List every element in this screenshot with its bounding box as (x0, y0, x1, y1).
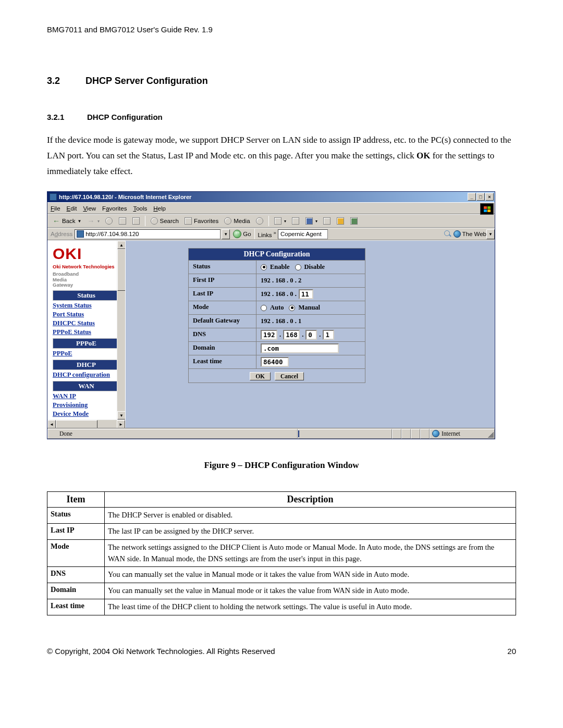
section-number: 3.2 (47, 76, 83, 87)
address-dropdown[interactable]: ▼ (222, 229, 230, 239)
value-gateway: 192 . 168 . 0 . 1 (256, 315, 365, 328)
input-dns-3[interactable]: 0 (305, 330, 317, 340)
copyright: © Copyright, 2004 Oki Network Technologi… (47, 647, 275, 656)
intro-paragraph: If the device mode is gateway mode, we s… (47, 132, 516, 179)
ok-button[interactable]: OK (250, 372, 271, 380)
scroll-up-button[interactable]: ▲ (117, 241, 125, 249)
menu-tools[interactable]: Tools (133, 205, 147, 212)
extra-button-1[interactable] (321, 217, 333, 225)
search-button[interactable]: Search (149, 217, 180, 225)
address-value: http://67.104.98.120 (85, 231, 139, 237)
search-magnifier-icon[interactable] (444, 230, 452, 238)
scroll-right-button[interactable]: ► (117, 420, 125, 428)
scroll-down-button[interactable]: ▼ (117, 411, 125, 419)
address-label: Address (51, 231, 72, 237)
label-lastip: Last IP (189, 288, 256, 301)
search-icon (151, 217, 158, 225)
home-button[interactable] (130, 217, 142, 225)
lastip-prefix: 192 . 168 . 0 . (261, 290, 297, 298)
nav-system-status[interactable]: System Status (53, 302, 120, 310)
radio-manual[interactable] (289, 305, 295, 311)
nav-dhcp-conf[interactable]: DHCP configuration (53, 371, 120, 379)
theweb-dd-button[interactable]: ▼ (486, 229, 495, 239)
media-button[interactable]: Media (222, 217, 251, 225)
label-gateway: Default Gateway (189, 315, 256, 328)
forward-button[interactable]: ▾ (85, 217, 101, 225)
table-row: ModeThe network settings assigned to the… (47, 539, 516, 567)
sidebar-scrollbar-v[interactable]: ▲ ▼ (117, 241, 125, 419)
nav-port-status[interactable]: Port Status (53, 311, 120, 318)
address-bar: Address http://67.104.98.120 ▼ Go Links … (47, 228, 495, 240)
theweb-dropdown[interactable]: The Web (454, 230, 486, 238)
mail-button[interactable]: ▾ (272, 217, 288, 225)
sidebar-scrollbar-h[interactable]: ◄ ► (47, 419, 125, 428)
desc-cell: You can manually set the value in Manual… (105, 567, 516, 583)
status-bar: Done Internet (47, 428, 495, 439)
nav-sidebar: OKI Oki Network Technologies Broadband M… (47, 241, 125, 419)
refresh-button[interactable] (117, 217, 128, 225)
scroll-left-button[interactable]: ◄ (47, 420, 56, 428)
extra-button-3[interactable] (348, 217, 360, 225)
back-button[interactable]: Back▼ (51, 217, 83, 225)
address-input[interactable]: http://67.104.98.120 (75, 229, 221, 239)
radio-disable[interactable] (295, 264, 301, 270)
minimize-button[interactable]: _ (468, 193, 476, 201)
input-dns-4[interactable]: 1 (323, 330, 334, 340)
description-table: Item Description StatusThe DHCP Server i… (47, 491, 516, 615)
label-firstip: First IP (189, 274, 256, 287)
radio-auto[interactable] (261, 305, 267, 311)
nav-device-mode[interactable]: Device Mode (53, 410, 120, 418)
resize-grip[interactable] (487, 431, 494, 438)
nav-dhcpc-status[interactable]: DHCPC Status (53, 319, 120, 327)
item-cell: Status (47, 508, 105, 524)
close-button[interactable]: × (485, 193, 494, 201)
media-icon (224, 217, 231, 225)
oki-logo: OKI (53, 245, 120, 263)
radio-enable[interactable] (261, 264, 267, 270)
ie-icon (50, 193, 57, 201)
menu-file[interactable]: FFileile (51, 205, 60, 212)
scroll-thumb-v[interactable] (117, 249, 125, 291)
home-icon (132, 217, 140, 225)
links-label[interactable]: Links » (258, 230, 276, 238)
favorites-button[interactable]: Favorites (182, 217, 220, 225)
desc-cell: The DHCP Server is enabled or disabled. (105, 508, 516, 524)
nav-pppoe-status[interactable]: PPPoE Status (53, 328, 120, 336)
status-pane-2 (401, 429, 411, 439)
menu-edit[interactable]: Edit (67, 205, 77, 212)
maximize-button[interactable]: □ (476, 193, 485, 201)
nav-pppoe[interactable]: PPPoE (53, 350, 120, 357)
input-least[interactable]: 86400 (261, 357, 289, 367)
input-dns-2[interactable]: 168 (283, 330, 300, 340)
desc-cell: The least time of the DHCP client to hol… (105, 599, 516, 615)
dhcp-form: DHCP Configuration Status Enable Disable… (188, 248, 365, 383)
history-icon (256, 217, 263, 225)
input-domain[interactable]: .com (261, 343, 339, 353)
edit-button[interactable]: ▾ (303, 217, 319, 225)
print-button[interactable] (290, 217, 301, 225)
nav-provisioning[interactable]: Provisioning (53, 401, 120, 409)
main-content: DHCP Configuration Status Enable Disable… (126, 241, 495, 428)
menu-favorites[interactable]: Favorites (102, 205, 127, 212)
nav-wan-ip[interactable]: WAN IP (53, 392, 120, 400)
history-button[interactable] (254, 217, 265, 225)
copernic-input[interactable]: Copernic Agent (278, 229, 328, 239)
input-dns-1[interactable]: 192 (261, 330, 277, 340)
cancel-button[interactable]: Cancel (275, 372, 304, 380)
discuss-icon (323, 217, 331, 225)
scroll-thumb-h[interactable] (56, 420, 97, 428)
extra-button-2[interactable] (335, 217, 346, 225)
radio-enable-label: Enable (270, 263, 290, 271)
go-button[interactable]: Go (233, 230, 251, 238)
input-lastip[interactable]: 11 (299, 289, 313, 299)
stop-icon (105, 217, 113, 225)
stop-button[interactable] (103, 217, 115, 225)
menu-view[interactable]: View (83, 205, 96, 212)
gateway-label: Broadband Media Gateway (53, 272, 120, 288)
page-footer: © Copyright, 2004 Oki Network Technologi… (47, 647, 516, 656)
window-titlebar: http://67.104.98.120/ - Microsoft Intern… (47, 192, 495, 202)
forward-arrow-icon (87, 217, 95, 225)
nav-head-pppoe: PPPoE (53, 338, 120, 349)
menu-help[interactable]: Help (153, 205, 166, 212)
th-item: Item (47, 492, 105, 508)
